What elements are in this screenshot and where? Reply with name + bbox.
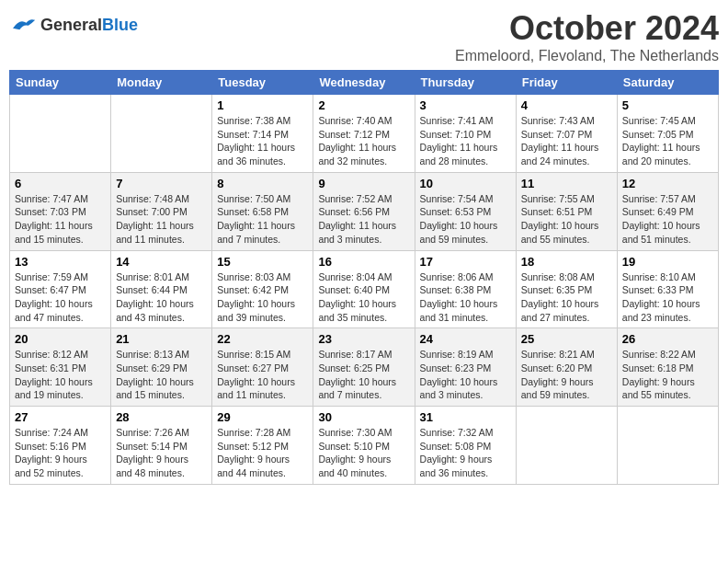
day-number: 15 <box>217 255 308 269</box>
calendar-cell: 17Sunrise: 8:06 AM Sunset: 6:38 PM Dayli… <box>415 250 516 328</box>
day-info: Sunrise: 7:48 AM Sunset: 7:00 PM Dayligh… <box>116 192 207 247</box>
day-info: Sunrise: 8:12 AM Sunset: 6:31 PM Dayligh… <box>15 348 106 402</box>
day-header: Sunday <box>10 71 111 95</box>
day-number: 13 <box>15 255 106 269</box>
day-info: Sunrise: 8:10 AM Sunset: 6:33 PM Dayligh… <box>622 270 713 325</box>
day-number: 3 <box>420 98 511 112</box>
day-number: 18 <box>521 255 612 269</box>
day-number: 6 <box>15 177 106 190</box>
calendar-cell: 28Sunrise: 7:26 AM Sunset: 5:14 PM Dayli… <box>111 407 212 485</box>
logo: GeneralBlue <box>9 9 138 35</box>
day-number: 8 <box>217 177 308 190</box>
calendar-cell: 2Sunrise: 7:40 AM Sunset: 7:12 PM Daylig… <box>313 95 415 173</box>
calendar-cell: 10Sunrise: 7:54 AM Sunset: 6:53 PM Dayli… <box>415 172 516 250</box>
day-info: Sunrise: 8:13 AM Sunset: 6:29 PM Dayligh… <box>116 348 207 402</box>
day-info: Sunrise: 7:28 AM Sunset: 5:12 PM Dayligh… <box>217 426 308 480</box>
day-number: 7 <box>116 177 207 190</box>
day-info: Sunrise: 8:04 AM Sunset: 6:40 PM Dayligh… <box>318 270 409 325</box>
day-info: Sunrise: 8:06 AM Sunset: 6:38 PM Dayligh… <box>420 270 511 325</box>
day-header: Tuesday <box>212 71 313 95</box>
day-number: 23 <box>318 332 409 346</box>
day-number: 29 <box>217 410 308 424</box>
month-title: October 2024 <box>455 9 719 48</box>
day-number: 24 <box>420 332 511 346</box>
day-number: 30 <box>318 410 409 424</box>
calendar-cell: 30Sunrise: 7:30 AM Sunset: 5:10 PM Dayli… <box>313 407 415 485</box>
day-number: 9 <box>318 177 409 190</box>
day-number: 11 <box>521 177 612 190</box>
day-header: Friday <box>516 71 617 95</box>
day-info: Sunrise: 7:38 AM Sunset: 7:14 PM Dayligh… <box>217 114 308 168</box>
day-number: 22 <box>217 332 308 346</box>
day-info: Sunrise: 7:41 AM Sunset: 7:10 PM Dayligh… <box>420 114 511 168</box>
calendar-cell: 4Sunrise: 7:43 AM Sunset: 7:07 PM Daylig… <box>516 95 617 173</box>
day-info: Sunrise: 7:54 AM Sunset: 6:53 PM Dayligh… <box>420 192 511 247</box>
day-info: Sunrise: 8:15 AM Sunset: 6:27 PM Dayligh… <box>217 348 308 402</box>
day-info: Sunrise: 7:43 AM Sunset: 7:07 PM Dayligh… <box>521 114 612 168</box>
day-info: Sunrise: 7:32 AM Sunset: 5:08 PM Dayligh… <box>420 426 511 480</box>
day-number: 31 <box>420 410 511 424</box>
calendar-cell: 8Sunrise: 7:50 AM Sunset: 6:58 PM Daylig… <box>212 172 313 250</box>
calendar-cell: 29Sunrise: 7:28 AM Sunset: 5:12 PM Dayli… <box>212 407 313 485</box>
calendar-cell: 13Sunrise: 7:59 AM Sunset: 6:47 PM Dayli… <box>10 250 111 328</box>
logo-icon <box>9 15 37 35</box>
calendar-cell: 22Sunrise: 8:15 AM Sunset: 6:27 PM Dayli… <box>212 328 313 407</box>
day-number: 27 <box>15 410 106 424</box>
calendar-cell: 20Sunrise: 8:12 AM Sunset: 6:31 PM Dayli… <box>10 328 111 407</box>
day-number: 28 <box>116 410 207 424</box>
day-info: Sunrise: 8:01 AM Sunset: 6:44 PM Dayligh… <box>116 270 207 325</box>
calendar-cell: 5Sunrise: 7:45 AM Sunset: 7:05 PM Daylig… <box>617 95 718 173</box>
calendar-week-row: 13Sunrise: 7:59 AM Sunset: 6:47 PM Dayli… <box>10 250 719 328</box>
day-info: Sunrise: 7:40 AM Sunset: 7:12 PM Dayligh… <box>318 114 409 168</box>
day-header: Thursday <box>415 71 516 95</box>
day-number: 25 <box>521 332 612 346</box>
calendar-week-row: 20Sunrise: 8:12 AM Sunset: 6:31 PM Dayli… <box>10 328 719 407</box>
calendar-cell: 15Sunrise: 8:03 AM Sunset: 6:42 PM Dayli… <box>212 250 313 328</box>
day-info: Sunrise: 7:47 AM Sunset: 7:03 PM Dayligh… <box>15 192 106 247</box>
day-number: 16 <box>318 255 409 269</box>
calendar-cell: 18Sunrise: 8:08 AM Sunset: 6:35 PM Dayli… <box>516 250 617 328</box>
day-number: 1 <box>217 98 308 112</box>
calendar-cell: 1Sunrise: 7:38 AM Sunset: 7:14 PM Daylig… <box>212 95 313 173</box>
day-info: Sunrise: 8:17 AM Sunset: 6:25 PM Dayligh… <box>318 348 409 402</box>
day-header: Monday <box>111 71 212 95</box>
day-number: 5 <box>622 98 713 112</box>
day-info: Sunrise: 8:08 AM Sunset: 6:35 PM Dayligh… <box>521 270 612 325</box>
day-info: Sunrise: 7:57 AM Sunset: 6:49 PM Dayligh… <box>622 192 713 247</box>
day-number: 10 <box>420 177 511 190</box>
calendar-cell: 6Sunrise: 7:47 AM Sunset: 7:03 PM Daylig… <box>10 172 111 250</box>
day-info: Sunrise: 7:26 AM Sunset: 5:14 PM Dayligh… <box>116 426 207 480</box>
calendar-cell: 26Sunrise: 8:22 AM Sunset: 6:18 PM Dayli… <box>617 328 718 407</box>
day-info: Sunrise: 8:21 AM Sunset: 6:20 PM Dayligh… <box>521 348 612 402</box>
day-header: Saturday <box>617 71 718 95</box>
calendar-cell <box>617 407 718 485</box>
day-number: 21 <box>116 332 207 346</box>
calendar-week-row: 1Sunrise: 7:38 AM Sunset: 7:14 PM Daylig… <box>10 95 719 173</box>
calendar-cell: 16Sunrise: 8:04 AM Sunset: 6:40 PM Dayli… <box>313 250 415 328</box>
logo-blue: Blue <box>102 16 138 34</box>
calendar-cell: 3Sunrise: 7:41 AM Sunset: 7:10 PM Daylig… <box>415 95 516 173</box>
day-number: 19 <box>622 255 713 269</box>
calendar-table: SundayMondayTuesdayWednesdayThursdayFrid… <box>9 70 719 485</box>
calendar-cell: 12Sunrise: 7:57 AM Sunset: 6:49 PM Dayli… <box>617 172 718 250</box>
calendar-cell: 7Sunrise: 7:48 AM Sunset: 7:00 PM Daylig… <box>111 172 212 250</box>
calendar-cell <box>10 95 111 173</box>
day-number: 12 <box>622 177 713 190</box>
day-info: Sunrise: 7:52 AM Sunset: 6:56 PM Dayligh… <box>318 192 409 247</box>
calendar-week-row: 6Sunrise: 7:47 AM Sunset: 7:03 PM Daylig… <box>10 172 719 250</box>
day-number: 4 <box>521 98 612 112</box>
calendar-week-row: 27Sunrise: 7:24 AM Sunset: 5:16 PM Dayli… <box>10 407 719 485</box>
calendar-cell: 24Sunrise: 8:19 AM Sunset: 6:23 PM Dayli… <box>415 328 516 407</box>
day-info: Sunrise: 8:22 AM Sunset: 6:18 PM Dayligh… <box>622 348 713 402</box>
location-title: Emmeloord, Flevoland, The Netherlands <box>455 48 719 64</box>
day-number: 20 <box>15 332 106 346</box>
calendar-cell: 14Sunrise: 8:01 AM Sunset: 6:44 PM Dayli… <box>111 250 212 328</box>
calendar-cell: 21Sunrise: 8:13 AM Sunset: 6:29 PM Dayli… <box>111 328 212 407</box>
day-number: 17 <box>420 255 511 269</box>
calendar-cell: 9Sunrise: 7:52 AM Sunset: 6:56 PM Daylig… <box>313 172 415 250</box>
calendar-cell <box>516 407 617 485</box>
day-info: Sunrise: 7:50 AM Sunset: 6:58 PM Dayligh… <box>217 192 308 247</box>
day-info: Sunrise: 7:59 AM Sunset: 6:47 PM Dayligh… <box>15 270 106 325</box>
day-info: Sunrise: 8:19 AM Sunset: 6:23 PM Dayligh… <box>420 348 511 402</box>
calendar-cell: 31Sunrise: 7:32 AM Sunset: 5:08 PM Dayli… <box>415 407 516 485</box>
